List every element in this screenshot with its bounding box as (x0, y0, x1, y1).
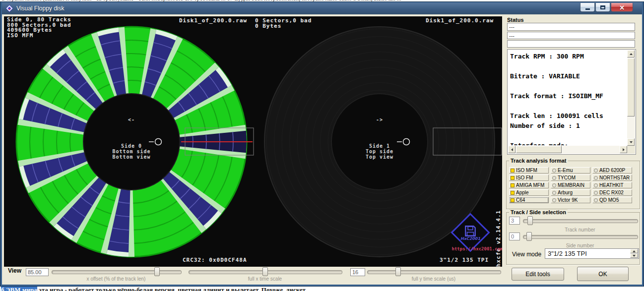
radio-indicator (552, 176, 556, 180)
media-type-label: 3"1/2 135 TPI (440, 258, 489, 263)
format-option[interactable]: DEC RX02 (592, 189, 632, 196)
status-field-1[interactable]: --- (507, 23, 635, 31)
client-area: Side 0, 80 Tracks 800 Sectors,0 bad 4096… (2, 14, 642, 285)
horizontal-scroll-thumb[interactable] (516, 146, 562, 153)
radio-indicator (594, 176, 598, 180)
horizontal-scrollbar[interactable] (508, 146, 627, 154)
x-scale-slider-label: full x time scale (248, 276, 282, 282)
view-mode-spin-up[interactable] (630, 249, 638, 253)
disk-canvas[interactable]: Side 0, 80 Tracks 800 Sectors,0 bad 4096… (4, 16, 502, 267)
format-option-label: AED 6200P (599, 168, 625, 173)
y-scale-slider-label: full y time scale (us) (412, 276, 455, 282)
vertical-scroll-thumb[interactable] (627, 58, 635, 116)
maximize-button[interactable] (595, 3, 610, 12)
track-side-group-label: Track / Side selection (509, 209, 568, 215)
radio-indicator (594, 198, 598, 202)
scroll-right-button[interactable] (620, 146, 627, 153)
slider-thumb[interactable] (154, 267, 160, 276)
x-offset-field[interactable]: 85.00 (26, 268, 49, 276)
slider-thumb[interactable] (395, 267, 401, 276)
radio-indicator (594, 169, 598, 173)
crc-label: CRC32: 0x0D0CF48A (183, 258, 247, 263)
side-number-field[interactable]: 0 (509, 233, 520, 240)
floppy-icon (464, 225, 477, 237)
left-disk-filename: Disk1_of_200.0.raw (179, 18, 247, 24)
format-option[interactable]: TYCOM (551, 175, 590, 181)
format-option[interactable]: NORTHSTAR (592, 175, 632, 181)
format-option-label: Apple (516, 190, 529, 195)
left-arrow-icon (511, 148, 513, 151)
radio-indicator (552, 191, 556, 195)
format-option[interactable]: Arburg (551, 189, 590, 196)
title-bar[interactable]: Visual Floppy disk × (2, 2, 642, 14)
slider-thumb[interactable] (262, 267, 268, 276)
vertical-scrollbar[interactable] (627, 50, 635, 146)
y-scale-field[interactable]: 16 (350, 268, 365, 276)
edit-tools-button[interactable]: Edit tools (512, 268, 564, 281)
track-number-slider[interactable] (523, 219, 638, 223)
track-info-text: Track RPM : 300 RPM Bitrate : VARIABLE T… (510, 52, 626, 145)
format-option[interactable]: ISO FM (509, 175, 549, 181)
format-option-label: QD MO5 (599, 197, 619, 203)
track-number-field[interactable]: 3 (509, 217, 520, 225)
slider-thumb[interactable] (526, 232, 532, 241)
format-option[interactable]: AMIGA MFM (509, 182, 549, 188)
down-arrow-icon (630, 141, 633, 143)
track-info-box[interactable]: Track RPM : 300 RPM Bitrate : VARIABLE T… (507, 49, 636, 155)
library-version-label: libhxcfe v2.14.4.1 (495, 195, 502, 267)
scroll-down-button[interactable] (627, 138, 635, 146)
maximize-icon (600, 5, 605, 9)
x-offset-slider[interactable] (52, 270, 182, 274)
side1-stats: 0 Sectors,0 bad 0 Bytes (255, 18, 312, 29)
close-button[interactable]: × (611, 3, 633, 12)
status-field-3[interactable] (507, 40, 635, 48)
right-arrow-icon (623, 148, 625, 151)
format-option[interactable]: E-Emu (551, 167, 590, 174)
view-mode-value: 3"1/2 135 TPI (548, 250, 587, 257)
slider-thumb[interactable] (527, 216, 533, 225)
y-scale-slider[interactable] (367, 270, 501, 274)
x-offset-slider-label: x offset (% of the track len) (87, 276, 146, 282)
view-bar-label: View (8, 267, 21, 274)
format-options-grid: ISO MFM ISO FM AMIGA MFM Apple C64 E-Emu… (509, 167, 632, 203)
window-controls: × (580, 3, 633, 12)
led-indicator (511, 191, 515, 195)
led-indicator (511, 169, 515, 173)
format-option[interactable]: Victor 9K (551, 197, 590, 203)
minimize-button[interactable] (580, 3, 595, 12)
format-option-c64[interactable]: C64 (509, 197, 549, 203)
close-icon: × (619, 3, 625, 11)
view-mode-select[interactable]: 3"1/2 135 TPI (545, 248, 639, 259)
x-scale-slider[interactable] (189, 270, 342, 274)
status-label: Status (507, 17, 524, 23)
background-text-selection: б ЭВМ мира (1, 287, 37, 291)
radio-indicator (552, 198, 556, 202)
format-option-label: ISO FM (516, 175, 533, 180)
format-option[interactable]: HEATHKIT (592, 182, 632, 188)
scroll-left-button[interactable] (508, 146, 515, 153)
radio-indicator (552, 169, 556, 173)
format-option-label: AMIGA MFM (516, 182, 544, 188)
format-option[interactable]: QD MO5 (592, 197, 632, 203)
format-option[interactable]: Apple (509, 189, 549, 196)
format-option[interactable]: ISO MFM (509, 167, 549, 174)
side-number-slider-label: Side number (566, 243, 594, 248)
hxc-url: https://hxc2001.com (450, 246, 502, 251)
scroll-up-button[interactable] (627, 50, 635, 58)
minimize-icon (585, 8, 590, 10)
background-page-bottom: б ЭВМ мира эта игра - работает только чё… (0, 287, 644, 291)
side-number-slider[interactable] (523, 235, 638, 239)
view-mode-spin-down[interactable] (630, 253, 638, 258)
ok-button[interactable]: OK (577, 267, 629, 281)
disk-visualization[interactable] (4, 16, 502, 267)
format-option[interactable]: MEMBRAIN (551, 182, 590, 188)
format-option-label: TYCOM (558, 175, 576, 180)
scrollbar-corner (627, 146, 635, 154)
format-option-label: MEMBRAIN (558, 182, 584, 188)
track-analysis-group-label: Track analysis format (509, 158, 568, 164)
format-option-label: NORTHSTAR (599, 175, 630, 180)
up-arrow-icon (630, 53, 633, 55)
status-field-2[interactable]: --- (507, 32, 635, 39)
led-indicator (511, 198, 515, 202)
format-option[interactable]: AED 6200P (592, 167, 632, 174)
